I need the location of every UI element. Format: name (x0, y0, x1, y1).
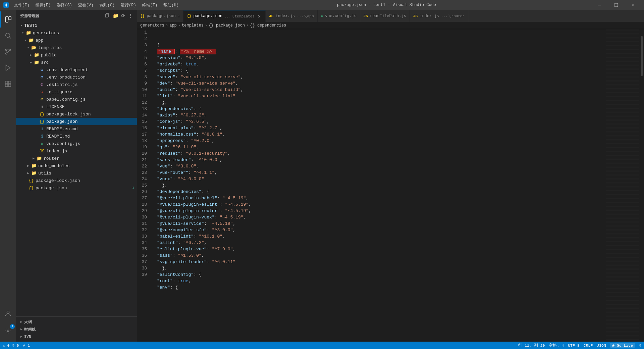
generators-label: generators (33, 31, 137, 36)
code-editor[interactable]: { "name": "<%= name %>", "version": "0.1… (154, 29, 606, 342)
section-timeline[interactable]: ▶ 时间线 (16, 326, 137, 333)
tree-readme-en[interactable]: ▶ ℹ README.en.md (16, 125, 137, 133)
src-arrow: ▶ (28, 60, 34, 64)
tree-public[interactable]: ▶ 📁 public (16, 51, 137, 59)
close-button[interactable]: ✕ (625, 0, 641, 10)
tree-root-pkg-json[interactable]: ▶ {} package.json 1 (16, 184, 137, 192)
menu-run[interactable]: 运行(R) (118, 2, 139, 9)
file-tree: ▾ TEST1 ▾ 📁 generators ▾ 📁 app ▾ 📂 templ… (16, 22, 137, 316)
new-file-icon[interactable]: 🗍 (105, 13, 110, 19)
settings-badge: 1 (10, 324, 15, 329)
svg-rect-12 (8, 84, 11, 87)
tab-package-json-templates[interactable]: {} package.json ...＼templates ✕ (183, 10, 266, 22)
breadcrumb-templates[interactable]: templates (182, 23, 204, 28)
window-controls: ✕ (592, 0, 641, 10)
js-icon: JS (39, 148, 45, 154)
timeline-arrow: ▶ (19, 327, 24, 331)
sidebar-header: 资源管理器 🗍 📁 ⟳ ⋮ (16, 10, 137, 22)
tab-sublabel-active: ...＼templates (224, 14, 255, 19)
tree-src[interactable]: ▶ 📁 src (16, 59, 137, 66)
activity-search[interactable] (0, 28, 16, 44)
status-errors[interactable]: ⚠ 0 ⊗ 0 (3, 343, 19, 348)
collapse-icon[interactable]: ⋮ (128, 13, 133, 19)
tree-index-js[interactable]: ▶ JS index.js (16, 147, 137, 155)
tree-generators[interactable]: ▾ 📁 generators (16, 29, 137, 37)
tree-gitignore[interactable]: ▶ ⊙ .gitignore (16, 88, 137, 96)
tab-index-app[interactable]: JS index.js ...＼app (266, 10, 317, 22)
tree-readme[interactable]: ▶ ℹ README.md (16, 133, 137, 140)
menu-view[interactable]: 查看(V) (75, 2, 96, 9)
scrollbar-thumb[interactable] (641, 36, 643, 76)
status-spaces[interactable]: 空格: 4 (549, 343, 564, 348)
md-icon: ℹ (39, 133, 45, 139)
activity-source-control[interactable] (0, 44, 16, 60)
status-position[interactable]: 行 11, 列 20 (518, 343, 545, 348)
svg-point-8 (5, 53, 7, 54)
activity-settings[interactable]: 1 (0, 323, 16, 339)
status-golive[interactable]: ◉ Go Live (610, 343, 635, 348)
breadcrumb-package-json[interactable]: {} package.json (209, 23, 245, 28)
tab-close-button[interactable]: ✕ (257, 13, 262, 19)
tree-babel[interactable]: ▶ ⊙ babel.config.js (16, 96, 137, 103)
tree-root-pkg-lock[interactable]: ▶ {} package-lock.json (16, 177, 137, 184)
menu-goto[interactable]: 转到(G) (97, 2, 117, 9)
tree-env-prod[interactable]: ▶ ⚙ .env.production (16, 73, 137, 81)
menu-help[interactable]: 帮助(H) (161, 2, 181, 9)
new-folder-icon[interactable]: 📁 (113, 13, 119, 19)
maximize-button[interactable] (608, 0, 624, 10)
tab-label-6: index.js (420, 14, 439, 18)
refresh-icon[interactable]: ⟳ (121, 13, 125, 19)
section-outline[interactable]: ▶ 大纲 (16, 318, 137, 326)
tree-vue-config[interactable]: ▶ ◈ vue.config.js (16, 140, 137, 147)
activity-explorer[interactable] (0, 11, 16, 28)
tab-label-3: index.js (275, 14, 295, 18)
json-icon: {} (28, 185, 34, 191)
pkg-json-label: package.json (46, 119, 137, 124)
breadcrumb-app[interactable]: app (169, 23, 177, 28)
breadcrumb-dependencies[interactable]: {} dependencies (250, 23, 286, 28)
editor-scrollbar[interactable] (639, 29, 644, 342)
tree-router[interactable]: ▶ 📁 router (16, 155, 137, 162)
env-icon: ⚙ (39, 74, 45, 80)
babel-label: babel.config.js (46, 97, 137, 102)
router-label: router (44, 156, 137, 161)
activity-extensions[interactable] (0, 76, 16, 92)
tab-js-icon: JS (269, 14, 273, 18)
folder-icon: 📁 (31, 170, 37, 176)
status-language[interactable]: JSON (597, 343, 606, 348)
menu-edit[interactable]: 编辑(E) (33, 2, 54, 9)
breadcrumb-generators[interactable]: generators (140, 23, 164, 28)
line-numbers: 1234567891011121314151617181920212223242… (137, 29, 154, 342)
tree-utils[interactable]: ▶ 📁 utils (16, 169, 137, 177)
tab-vue-config[interactable]: ◈ vue.config.js (318, 10, 360, 22)
status-eol[interactable]: CRLF (584, 343, 593, 348)
svg-point-16 (7, 330, 9, 332)
tree-env-dev[interactable]: ▶ ⚙ .env.development (16, 66, 137, 73)
tree-license[interactable]: ▶ ℹ LICENSE (16, 103, 137, 110)
tab-readfilepath[interactable]: JS readFilePath.js (360, 10, 410, 22)
tab-index-router[interactable]: JS index.js ...＼router (410, 10, 468, 22)
menu-select[interactable]: 选择(S) (54, 2, 75, 9)
tree-node-modules[interactable]: ▶ 📁 node_modules (16, 162, 137, 169)
menu-file[interactable]: 文件(F) (11, 2, 32, 9)
tree-eslintrc[interactable]: ▶ ⊙ .eslintrc.js (16, 81, 137, 88)
root-arrow: ▾ (19, 23, 24, 28)
status-git[interactable]: A 1 (23, 343, 30, 348)
tree-root[interactable]: ▾ TEST1 (16, 22, 137, 29)
status-notifications[interactable]: ⊗ (639, 343, 641, 348)
tab-package-json-1[interactable]: {} package.json 1 (137, 10, 183, 22)
svg-rect-14 (8, 81, 11, 84)
minimize-button[interactable] (592, 0, 607, 10)
menu-terminal[interactable]: 终端(T) (140, 2, 160, 9)
pkg-badge: 1 (132, 186, 134, 190)
section-svn[interactable]: ▶ SVN (16, 333, 137, 340)
activity-run[interactable] (0, 60, 16, 76)
outline-label: 大纲 (24, 319, 32, 325)
status-encoding[interactable]: UTF-8 (568, 343, 580, 348)
tree-templates[interactable]: ▾ 📂 templates (16, 44, 137, 51)
activity-account[interactable] (0, 305, 16, 321)
tree-pkg-lock[interactable]: ▶ {} package-lock.json (16, 110, 137, 118)
tree-app[interactable]: ▾ 📁 app (16, 37, 137, 44)
svg-rect-1 (614, 3, 618, 7)
tree-pkg-json[interactable]: ▶ {} package.json (16, 118, 137, 125)
